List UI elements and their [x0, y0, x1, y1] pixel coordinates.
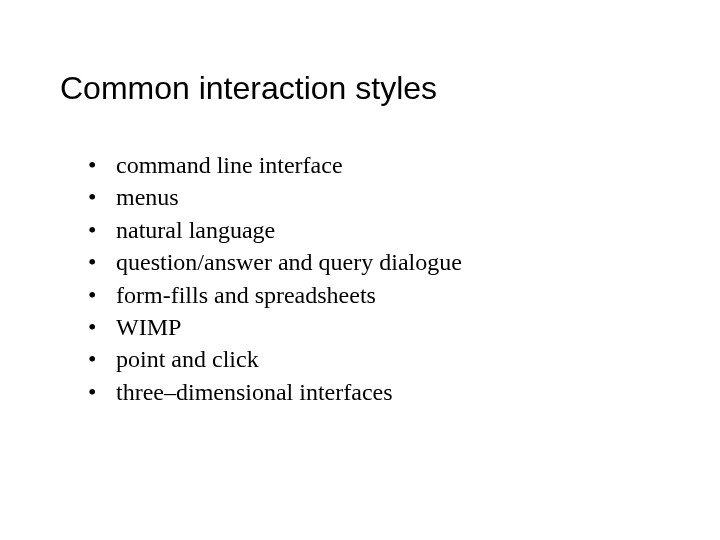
bullet-list: command line interface menus natural lan… [60, 149, 660, 408]
slide-title: Common interaction styles [60, 70, 660, 107]
list-item: natural language [88, 214, 660, 246]
list-item: form-fills and spreadsheets [88, 279, 660, 311]
list-item: point and click [88, 343, 660, 375]
list-item: question/answer and query dialogue [88, 246, 660, 278]
list-item: menus [88, 181, 660, 213]
list-item: three–dimensional interfaces [88, 376, 660, 408]
list-item: WIMP [88, 311, 660, 343]
list-item: command line interface [88, 149, 660, 181]
